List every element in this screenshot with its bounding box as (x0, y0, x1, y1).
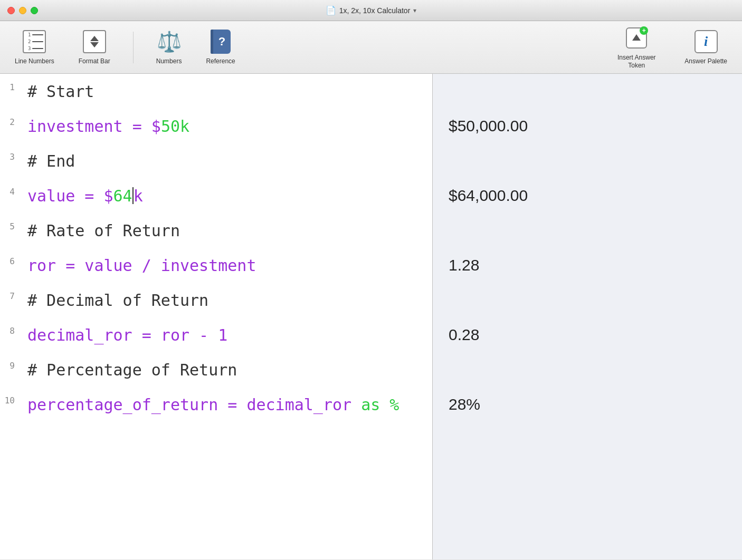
line-number-10: 10 (0, 387, 19, 422)
code-dollar-2: $ (151, 117, 161, 136)
code-text-7: # Decimal of Return (27, 291, 208, 310)
line-number-6: 6 (0, 248, 19, 283)
code-val-4a: 64 (113, 187, 132, 205)
result-pane: $50,000.00 $64,000.00 1.28 0.28 28% (433, 74, 742, 559)
line-number-7: 7 (0, 283, 19, 317)
code-content-3[interactable]: # End (19, 143, 432, 178)
code-text-1: # Start (27, 82, 94, 101)
code-space-10 (351, 395, 361, 414)
toolbar-separator-1 (133, 32, 134, 63)
result-row-4: $64,000.00 (433, 178, 742, 213)
insert-answer-token-button[interactable]: + Insert Answer Token (608, 23, 664, 71)
format-bar-button[interactable]: Format Bar (74, 27, 115, 67)
code-row-2: 2 investment = $50k (0, 109, 432, 143)
line-number-2: 2 (0, 109, 19, 143)
code-row-9: 9 # Percentage of Return (0, 352, 432, 387)
code-content-6[interactable]: ror = value / investment (19, 248, 432, 283)
code-row-3: 3 # End (0, 143, 432, 178)
code-row-1: 1 # Start (0, 74, 432, 109)
window-title: 📄 1x, 2x, 10x Calculator ▾ (326, 5, 417, 15)
result-value-10: 28% (449, 395, 480, 413)
code-content-2[interactable]: investment = $50k (19, 109, 432, 143)
title-icon: 📄 (326, 5, 336, 15)
result-row-9 (433, 352, 742, 387)
answer-palette-label: Answer Palette (684, 57, 727, 65)
line-numbers-icon: 1 2 3 (22, 29, 47, 54)
code-row-8: 8 decimal_ror = ror - 1 (0, 317, 432, 352)
result-value-2: $50,000.00 (449, 117, 528, 135)
code-content-5[interactable]: # Rate of Return (19, 213, 432, 248)
code-content-9[interactable]: # Percentage of Return (19, 352, 432, 387)
insert-answer-token-icon: + (624, 25, 649, 51)
result-value-6: 1.28 (449, 256, 479, 274)
answer-palette-icon: i (693, 29, 719, 54)
code-equals-2: = (123, 117, 151, 136)
editor-pane[interactable]: 1 # Start 2 investment = $50k 3 # End (0, 74, 433, 559)
line-number-9: 9 (0, 352, 19, 387)
code-as-pct: as % (361, 395, 399, 414)
format-bar-label: Format Bar (79, 57, 110, 65)
numbers-icon: ⚖️ (156, 29, 182, 54)
result-row-8: 0.28 (433, 317, 742, 352)
code-content-10[interactable]: percentage_of_return = decimal_ror as % (19, 387, 432, 422)
code-content-1[interactable]: # Start (19, 74, 432, 109)
code-expr-6: ror = value / investment (27, 256, 256, 275)
code-row-7: 7 # Decimal of Return (0, 283, 432, 317)
code-text-9: # Percentage of Return (27, 361, 237, 379)
line-numbers-label: Line Numbers (15, 57, 54, 65)
result-row-1 (433, 74, 742, 109)
insert-answer-token-label: Insert Answer Token (613, 54, 660, 69)
code-content-4[interactable]: value = $64k (19, 178, 432, 213)
code-dollar-4: $ (104, 187, 113, 205)
traffic-lights (7, 7, 38, 14)
result-value-8: 0.28 (449, 326, 479, 344)
line-number-1: 1 (0, 74, 19, 109)
numbers-label: Numbers (156, 57, 182, 65)
code-equals-4: = (75, 187, 103, 205)
close-button[interactable] (7, 7, 15, 14)
main-content: 1 # Start 2 investment = $50k 3 # End (0, 74, 742, 559)
code-content-7[interactable]: # Decimal of Return (19, 283, 432, 317)
reference-icon: ? (208, 29, 233, 54)
reference-label: Reference (206, 57, 235, 65)
code-text-3: # End (27, 152, 75, 170)
code-area[interactable]: 1 # Start 2 investment = $50k 3 # End (0, 74, 432, 559)
line-number-4: 4 (0, 178, 19, 213)
code-var-value: value (27, 187, 75, 205)
code-row-5: 5 # Rate of Return (0, 213, 432, 248)
code-var-pct: percentage_of_return = decimal_ror (27, 395, 351, 414)
maximize-button[interactable] (31, 7, 38, 14)
reference-button[interactable]: ? Reference (202, 27, 239, 67)
code-row-6: 6 ror = value / investment (0, 248, 432, 283)
minimize-button[interactable] (19, 7, 26, 14)
result-row-2: $50,000.00 (433, 109, 742, 143)
code-text-5: # Rate of Return (27, 221, 180, 240)
title-label: 1x, 2x, 10x Calculator (339, 6, 411, 15)
answer-palette-button[interactable]: i Answer Palette (680, 27, 731, 67)
result-value-4: $64,000.00 (449, 187, 528, 205)
line-numbers-button[interactable]: 1 2 3 Line Numbers (11, 27, 59, 67)
code-val-2: 50k (161, 117, 189, 136)
line-number-3: 3 (0, 143, 19, 178)
numbers-button[interactable]: ⚖️ Numbers (152, 27, 186, 67)
line-number-8: 8 (0, 317, 19, 352)
result-row-7 (433, 283, 742, 317)
result-row-6: 1.28 (433, 248, 742, 283)
code-row-10: 10 percentage_of_return = decimal_ror as… (0, 387, 432, 422)
toolbar: 1 2 3 Line Numbers Format Bar ⚖️ Numbers (0, 21, 742, 74)
line-number-5: 5 (0, 213, 19, 248)
result-row-3 (433, 143, 742, 178)
result-row-5 (433, 213, 742, 248)
title-bar: 📄 1x, 2x, 10x Calculator ▾ (0, 0, 742, 21)
title-chevron-icon: ▾ (413, 7, 416, 14)
result-row-10: 28% (433, 387, 742, 422)
code-var-investment: investment (27, 117, 123, 136)
code-expr-8: decimal_ror = ror - 1 (27, 326, 227, 344)
code-val-4b: k (134, 187, 143, 205)
format-bar-icon (82, 29, 107, 54)
code-row-4: 4 value = $64k (0, 178, 432, 213)
code-content-8[interactable]: decimal_ror = ror - 1 (19, 317, 432, 352)
